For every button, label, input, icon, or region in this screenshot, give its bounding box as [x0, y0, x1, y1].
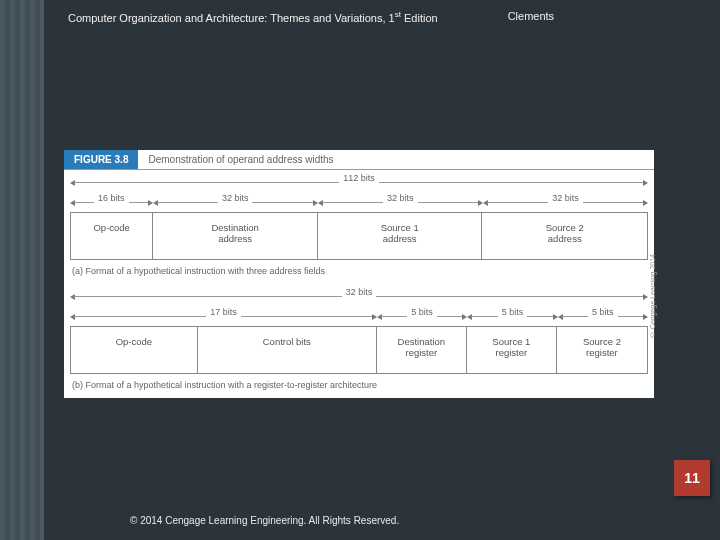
part-a-field-dims: 16 bits 32 bits 32 bits 32 bits: [70, 194, 648, 210]
width-b-3: 5 bits: [588, 307, 618, 317]
footer-copyright: © 2014 Cengage Learning Engineering. All…: [130, 515, 399, 526]
width-a-0: 16 bits: [94, 193, 129, 203]
width-a-3: 32 bits: [548, 193, 583, 203]
cell-b-control: Control bits: [198, 327, 377, 373]
part-a-caption: (a) Format of a hypothetical instruction…: [70, 260, 648, 278]
width-b-1: 5 bits: [407, 307, 437, 317]
cell-b-dest: Destinationregister: [377, 327, 467, 373]
figure-panel: FIGURE 3.8 Demonstration of operand addr…: [64, 150, 654, 398]
width-a-1: 32 bits: [218, 193, 253, 203]
slide: Computer Organization and Architecture: …: [0, 0, 720, 540]
slide-header: Computer Organization and Architecture: …: [68, 10, 680, 24]
part-b: 32 bits 17 bits 5 bits 5 bits 5 bits Op-…: [64, 288, 654, 398]
book-title: Computer Organization and Architecture: …: [68, 10, 438, 24]
part-b-boxes: Op-code Control bits Destinationregister…: [70, 326, 648, 374]
width-b-2: 5 bits: [498, 307, 528, 317]
cell-b-opcode: Op-code: [71, 327, 198, 373]
width-a-2: 32 bits: [383, 193, 418, 203]
part-b-total-dim: 32 bits: [70, 288, 648, 304]
figure-side-credit: © Cengage Learning 2014: [649, 254, 656, 338]
part-b-total-label: 32 bits: [342, 287, 377, 297]
cell-b-src2: Source 2register: [557, 327, 647, 373]
part-b-caption: (b) Format of a hypothetical instruction…: [70, 374, 648, 392]
cell-a-src1: Source 1address: [318, 213, 483, 259]
title-suffix: Edition: [401, 12, 438, 24]
page-number-badge: 11: [674, 460, 710, 496]
part-a: 112 bits 16 bits 32 bits 32 bits 32 bits…: [64, 174, 654, 284]
figure-header: FIGURE 3.8 Demonstration of operand addr…: [64, 150, 654, 170]
cell-a-src2: Source 2address: [482, 213, 647, 259]
cell-a-dest: Destinationaddress: [153, 213, 318, 259]
part-a-total-dim: 112 bits: [70, 174, 648, 190]
author-name: Clements: [508, 10, 554, 24]
part-a-total-label: 112 bits: [339, 173, 379, 183]
width-b-0: 17 bits: [206, 307, 241, 317]
cell-b-src1: Source 1register: [467, 327, 557, 373]
figure-caption: Demonstration of operand address widths: [138, 150, 343, 169]
figure-badge: FIGURE 3.8: [64, 150, 138, 169]
part-b-field-dims: 17 bits 5 bits 5 bits 5 bits: [70, 308, 648, 324]
title-prefix: Computer Organization and Architecture: …: [68, 12, 395, 24]
cell-a-opcode: Op-code: [71, 213, 153, 259]
part-a-boxes: Op-code Destinationaddress Source 1addre…: [70, 212, 648, 260]
